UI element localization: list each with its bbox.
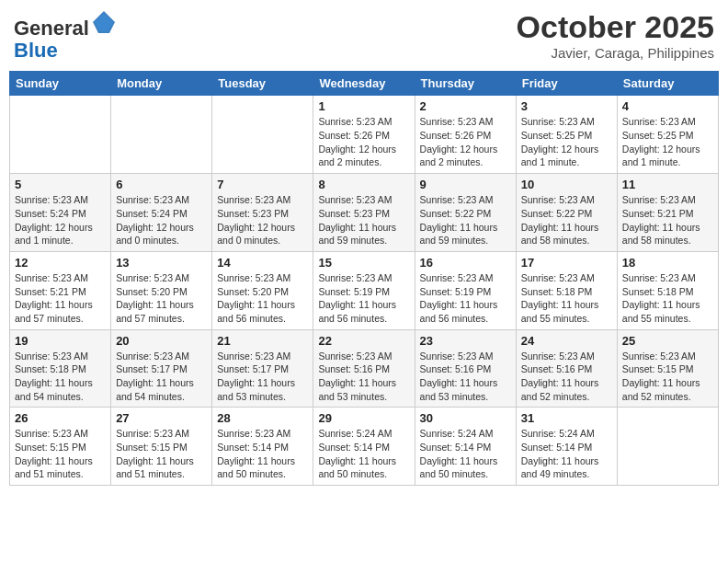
calendar-cell: 6Sunrise: 5:23 AM Sunset: 5:24 PM Daylig… bbox=[111, 174, 212, 252]
calendar-week-row: 26Sunrise: 5:23 AM Sunset: 5:15 PM Dayli… bbox=[10, 408, 719, 486]
calendar-cell: 25Sunrise: 5:23 AM Sunset: 5:15 PM Dayli… bbox=[617, 329, 718, 408]
calendar-table: SundayMondayTuesdayWednesdayThursdayFrid… bbox=[9, 71, 719, 486]
day-info: Sunrise: 5:23 AM Sunset: 5:23 PM Dayligh… bbox=[318, 193, 409, 247]
weekday-header: Tuesday bbox=[212, 72, 313, 96]
day-number: 13 bbox=[116, 256, 207, 270]
day-number: 17 bbox=[521, 256, 612, 270]
day-number: 3 bbox=[521, 99, 612, 113]
day-number: 8 bbox=[318, 178, 409, 191]
day-info: Sunrise: 5:23 AM Sunset: 5:22 PM Dayligh… bbox=[420, 193, 511, 247]
weekday-header: Saturday bbox=[617, 72, 718, 96]
day-info: Sunrise: 5:23 AM Sunset: 5:25 PM Dayligh… bbox=[521, 115, 612, 169]
day-number: 21 bbox=[217, 334, 308, 348]
calendar-cell: 3Sunrise: 5:23 AM Sunset: 5:25 PM Daylig… bbox=[516, 96, 617, 174]
logo-blue-text: Blue bbox=[14, 39, 58, 62]
day-number: 12 bbox=[15, 256, 106, 270]
day-info: Sunrise: 5:23 AM Sunset: 5:18 PM Dayligh… bbox=[521, 271, 612, 326]
calendar-cell: 12Sunrise: 5:23 AM Sunset: 5:21 PM Dayli… bbox=[10, 251, 111, 329]
calendar-cell: 13Sunrise: 5:23 AM Sunset: 5:20 PM Dayli… bbox=[111, 251, 212, 329]
day-info: Sunrise: 5:23 AM Sunset: 5:22 PM Dayligh… bbox=[521, 193, 612, 247]
day-info: Sunrise: 5:23 AM Sunset: 5:24 PM Dayligh… bbox=[116, 193, 207, 247]
day-number: 15 bbox=[318, 256, 409, 270]
day-number: 20 bbox=[116, 334, 207, 348]
day-number: 5 bbox=[15, 178, 106, 191]
day-info: Sunrise: 5:23 AM Sunset: 5:16 PM Dayligh… bbox=[318, 350, 409, 404]
day-number: 28 bbox=[217, 411, 308, 425]
day-info: Sunrise: 5:23 AM Sunset: 5:15 PM Dayligh… bbox=[622, 350, 713, 404]
day-number: 27 bbox=[116, 411, 207, 425]
day-info: Sunrise: 5:24 AM Sunset: 5:14 PM Dayligh… bbox=[318, 427, 409, 481]
day-info: Sunrise: 5:23 AM Sunset: 5:17 PM Dayligh… bbox=[217, 350, 308, 404]
day-number: 30 bbox=[420, 411, 511, 425]
day-number: 7 bbox=[217, 178, 308, 191]
calendar-cell: 29Sunrise: 5:24 AM Sunset: 5:14 PM Dayli… bbox=[313, 408, 415, 486]
day-info: Sunrise: 5:23 AM Sunset: 5:16 PM Dayligh… bbox=[420, 350, 511, 404]
calendar-cell: 26Sunrise: 5:23 AM Sunset: 5:15 PM Dayli… bbox=[10, 408, 111, 486]
day-info: Sunrise: 5:23 AM Sunset: 5:15 PM Dayligh… bbox=[116, 427, 207, 481]
calendar-cell: 7Sunrise: 5:23 AM Sunset: 5:23 PM Daylig… bbox=[212, 174, 313, 252]
day-number: 18 bbox=[622, 256, 713, 270]
logo: General Blue bbox=[14, 9, 117, 62]
day-info: Sunrise: 5:23 AM Sunset: 5:14 PM Dayligh… bbox=[217, 427, 308, 481]
calendar-cell: 24Sunrise: 5:23 AM Sunset: 5:16 PM Dayli… bbox=[516, 329, 617, 408]
weekday-header: Friday bbox=[516, 72, 617, 96]
day-info: Sunrise: 5:23 AM Sunset: 5:21 PM Dayligh… bbox=[622, 193, 713, 247]
title-block: October 2025 Javier, Caraga, Philippines bbox=[517, 9, 714, 61]
day-number: 1 bbox=[318, 99, 409, 113]
day-number: 11 bbox=[622, 178, 713, 191]
calendar-cell: 19Sunrise: 5:23 AM Sunset: 5:18 PM Dayli… bbox=[10, 329, 111, 408]
logo-icon bbox=[91, 9, 117, 35]
day-info: Sunrise: 5:23 AM Sunset: 5:19 PM Dayligh… bbox=[420, 271, 511, 326]
calendar-cell: 17Sunrise: 5:23 AM Sunset: 5:18 PM Dayli… bbox=[516, 251, 617, 329]
day-number: 23 bbox=[420, 334, 511, 348]
calendar-cell: 11Sunrise: 5:23 AM Sunset: 5:21 PM Dayli… bbox=[617, 174, 718, 252]
day-info: Sunrise: 5:23 AM Sunset: 5:18 PM Dayligh… bbox=[622, 271, 713, 326]
calendar-cell: 18Sunrise: 5:23 AM Sunset: 5:18 PM Dayli… bbox=[617, 251, 718, 329]
day-info: Sunrise: 5:23 AM Sunset: 5:16 PM Dayligh… bbox=[521, 350, 612, 404]
calendar-cell: 23Sunrise: 5:23 AM Sunset: 5:16 PM Dayli… bbox=[415, 329, 516, 408]
calendar-cell: 16Sunrise: 5:23 AM Sunset: 5:19 PM Dayli… bbox=[415, 251, 516, 329]
calendar-cell: 8Sunrise: 5:23 AM Sunset: 5:23 PM Daylig… bbox=[313, 174, 415, 252]
day-number: 22 bbox=[318, 334, 409, 348]
calendar-cell: 30Sunrise: 5:24 AM Sunset: 5:14 PM Dayli… bbox=[415, 408, 516, 486]
calendar-cell: 21Sunrise: 5:23 AM Sunset: 5:17 PM Dayli… bbox=[212, 329, 313, 408]
month-year: October 2025 bbox=[517, 9, 714, 45]
calendar-cell: 1Sunrise: 5:23 AM Sunset: 5:26 PM Daylig… bbox=[313, 96, 415, 174]
calendar-week-row: 12Sunrise: 5:23 AM Sunset: 5:21 PM Dayli… bbox=[10, 251, 719, 329]
day-info: Sunrise: 5:23 AM Sunset: 5:21 PM Dayligh… bbox=[15, 271, 106, 326]
page-header: General Blue October 2025 Javier, Caraga… bbox=[9, 9, 719, 62]
weekday-header: Wednesday bbox=[313, 72, 415, 96]
day-number: 26 bbox=[15, 411, 106, 425]
day-info: Sunrise: 5:23 AM Sunset: 5:25 PM Dayligh… bbox=[622, 115, 713, 169]
day-number: 29 bbox=[318, 411, 409, 425]
calendar-cell: 10Sunrise: 5:23 AM Sunset: 5:22 PM Dayli… bbox=[516, 174, 617, 252]
day-info: Sunrise: 5:23 AM Sunset: 5:20 PM Dayligh… bbox=[217, 271, 308, 326]
day-info: Sunrise: 5:24 AM Sunset: 5:14 PM Dayligh… bbox=[420, 427, 511, 481]
calendar-cell: 15Sunrise: 5:23 AM Sunset: 5:19 PM Dayli… bbox=[313, 251, 415, 329]
weekday-header-row: SundayMondayTuesdayWednesdayThursdayFrid… bbox=[10, 72, 719, 96]
day-number: 24 bbox=[521, 334, 612, 348]
calendar-cell: 9Sunrise: 5:23 AM Sunset: 5:22 PM Daylig… bbox=[415, 174, 516, 252]
day-info: Sunrise: 5:23 AM Sunset: 5:24 PM Dayligh… bbox=[15, 193, 106, 247]
location: Javier, Caraga, Philippines bbox=[517, 45, 714, 61]
calendar-cell bbox=[212, 96, 313, 174]
calendar-cell: 2Sunrise: 5:23 AM Sunset: 5:26 PM Daylig… bbox=[415, 96, 516, 174]
day-number: 4 bbox=[622, 99, 713, 113]
calendar-cell: 4Sunrise: 5:23 AM Sunset: 5:25 PM Daylig… bbox=[617, 96, 718, 174]
day-number: 19 bbox=[15, 334, 106, 348]
day-number: 2 bbox=[420, 99, 511, 113]
weekday-header: Monday bbox=[111, 72, 212, 96]
day-info: Sunrise: 5:23 AM Sunset: 5:26 PM Dayligh… bbox=[420, 115, 511, 169]
day-number: 14 bbox=[217, 256, 308, 270]
calendar-week-row: 1Sunrise: 5:23 AM Sunset: 5:26 PM Daylig… bbox=[10, 96, 719, 174]
calendar-cell: 20Sunrise: 5:23 AM Sunset: 5:17 PM Dayli… bbox=[111, 329, 212, 408]
calendar-cell: 27Sunrise: 5:23 AM Sunset: 5:15 PM Dayli… bbox=[111, 408, 212, 486]
calendar-week-row: 19Sunrise: 5:23 AM Sunset: 5:18 PM Dayli… bbox=[10, 329, 719, 408]
day-info: Sunrise: 5:24 AM Sunset: 5:14 PM Dayligh… bbox=[521, 427, 612, 481]
day-number: 6 bbox=[116, 178, 207, 191]
day-info: Sunrise: 5:23 AM Sunset: 5:18 PM Dayligh… bbox=[15, 350, 106, 404]
calendar-week-row: 5Sunrise: 5:23 AM Sunset: 5:24 PM Daylig… bbox=[10, 174, 719, 252]
day-info: Sunrise: 5:23 AM Sunset: 5:23 PM Dayligh… bbox=[217, 193, 308, 247]
day-number: 25 bbox=[622, 334, 713, 348]
day-info: Sunrise: 5:23 AM Sunset: 5:15 PM Dayligh… bbox=[15, 427, 106, 481]
